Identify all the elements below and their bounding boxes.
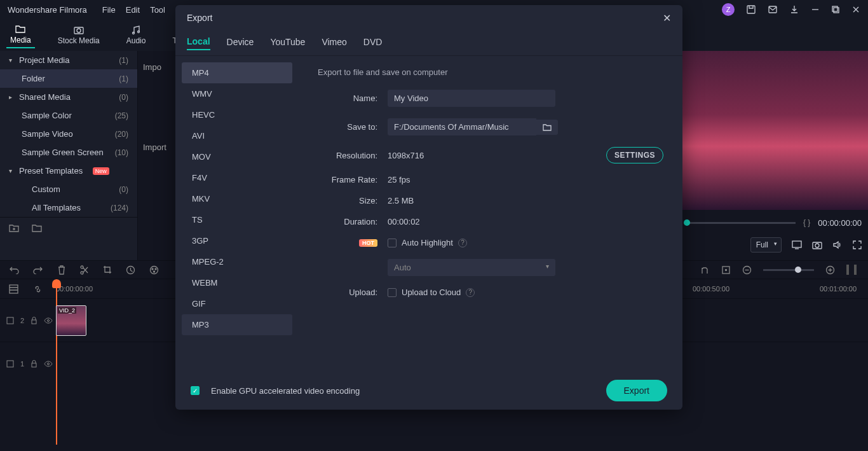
format-avi[interactable]: AVI	[182, 125, 292, 146]
help-icon[interactable]: ?	[458, 239, 467, 247]
link-icon[interactable]	[33, 284, 43, 294]
menu-edit[interactable]: Edit	[126, 5, 140, 15]
label-upload-cloud: Upload to Cloud	[402, 288, 461, 297]
audio-mixer-icon[interactable]	[700, 265, 710, 275]
auto-highlight-checkbox[interactable]	[388, 239, 397, 247]
undo-icon[interactable]	[9, 265, 19, 274]
sidebar-item-all-templates[interactable]: All Templates (124)	[0, 198, 137, 217]
format-3gp[interactable]: 3GP	[182, 230, 292, 251]
path-input[interactable]	[388, 118, 536, 135]
settings-button[interactable]: SETTINGS	[606, 147, 663, 163]
fullscreen-icon[interactable]	[853, 240, 862, 249]
sidebar-item-project-media[interactable]: ▾Project Media (1)	[0, 51, 137, 69]
preview-quality-select[interactable]: Full▾	[750, 237, 782, 253]
screen-icon[interactable]	[792, 240, 802, 249]
tab-local[interactable]: Local	[187, 36, 210, 50]
sidebar-item-sample-color[interactable]: Sample Color (25)	[0, 106, 137, 125]
marker-icon[interactable]	[721, 265, 731, 275]
preview-scrubber[interactable]	[684, 222, 796, 224]
chevron-down-icon: ▾	[9, 57, 15, 64]
svg-point-11	[81, 266, 83, 268]
svg-rect-8	[792, 241, 801, 247]
track-toggle-icon[interactable]	[6, 360, 14, 368]
maximize-icon[interactable]	[831, 5, 840, 14]
format-mkv[interactable]: MKV	[182, 188, 292, 209]
download-icon[interactable]	[789, 4, 799, 15]
svg-rect-3	[834, 8, 839, 13]
chevron-down-icon: ▾	[774, 240, 777, 247]
crop-icon[interactable]	[103, 265, 112, 274]
format-ts[interactable]: TS	[182, 209, 292, 230]
export-button[interactable]: Export	[606, 380, 667, 401]
close-icon[interactable]	[851, 5, 860, 14]
format-mpeg2[interactable]: MPEG-2	[182, 251, 292, 272]
menu-file[interactable]: File	[102, 5, 116, 15]
zoom-slider[interactable]	[763, 269, 814, 271]
redo-icon[interactable]	[33, 265, 43, 274]
help-icon[interactable]: ?	[466, 288, 475, 297]
format-mp4[interactable]: MP4	[182, 62, 292, 83]
gpu-label: Enable GPU accelerated video encoding	[211, 386, 360, 396]
label-save-to: Save to:	[318, 122, 388, 132]
sidebar-item-shared-media[interactable]: ▸Shared Media (0)	[0, 88, 137, 106]
modal-tabs: Local Device YouTube Vimeo DVD	[175, 31, 682, 56]
format-mov[interactable]: MOV	[182, 146, 292, 167]
split-icon[interactable]	[80, 265, 89, 275]
tab-youtube[interactable]: YouTube	[270, 37, 305, 50]
zoom-out-icon[interactable]	[742, 265, 752, 275]
browse-folder-button[interactable]	[536, 120, 558, 135]
track-toggle-icon[interactable]	[6, 317, 14, 324]
track-manager-icon[interactable]	[9, 284, 18, 294]
tab-stock-media[interactable]: Stock Media	[54, 22, 104, 48]
tab-device[interactable]: Device	[227, 37, 254, 50]
lock-icon[interactable]	[31, 317, 37, 324]
tab-dvd[interactable]: DVD	[363, 37, 383, 50]
lock-icon[interactable]	[31, 360, 37, 368]
svg-point-10	[815, 244, 819, 247]
minimize-icon[interactable]	[811, 5, 820, 14]
tab-audio[interactable]: Audio	[123, 22, 150, 48]
volume-icon[interactable]	[832, 240, 843, 249]
format-hevc[interactable]: HEVC	[182, 104, 292, 125]
fit-icon[interactable]	[846, 265, 859, 275]
zoom-in-icon[interactable]	[825, 265, 835, 275]
format-f4v[interactable]: F4V	[182, 167, 292, 188]
tab-media[interactable]: Media	[6, 22, 35, 48]
delete-icon[interactable]	[57, 265, 66, 275]
color-icon[interactable]	[149, 265, 159, 275]
preview-markers[interactable]: { }	[803, 218, 810, 227]
svg-rect-29	[32, 363, 36, 367]
mail-icon[interactable]	[768, 4, 778, 15]
sidebar-item-custom[interactable]: Custom (0)	[0, 180, 137, 198]
sidebar-item-folder[interactable]: Folder (1)	[0, 69, 137, 88]
snapshot-icon[interactable]	[812, 240, 822, 249]
tab-vimeo[interactable]: Vimeo	[322, 37, 346, 50]
name-input[interactable]	[388, 90, 555, 107]
svg-point-7	[138, 31, 140, 33]
format-gif[interactable]: GIF	[182, 293, 292, 314]
clip-label: VID_2	[58, 307, 76, 314]
eye-icon[interactable]	[44, 361, 53, 367]
music-icon	[130, 25, 142, 35]
speed-icon[interactable]	[126, 265, 135, 275]
sidebar-item-sample-video[interactable]: Sample Video (20)	[0, 125, 137, 143]
add-folder-icon[interactable]	[9, 224, 19, 233]
gpu-checkbox[interactable]: ✓	[191, 386, 200, 395]
format-webm[interactable]: WEBM	[182, 272, 292, 293]
sidebar-item-sample-green[interactable]: Sample Green Screen (10)	[0, 143, 137, 162]
format-mp3[interactable]: MP3	[182, 314, 292, 335]
upload-cloud-checkbox[interactable]	[388, 288, 397, 297]
auto-select[interactable]: Auto ▾	[388, 259, 555, 276]
eye-icon[interactable]	[44, 317, 53, 324]
playhead[interactable]	[56, 279, 57, 445]
menu-tools[interactable]: Tool	[150, 5, 165, 15]
svg-rect-26	[32, 320, 36, 324]
format-wmv[interactable]: WMV	[182, 83, 292, 104]
timeline-clip[interactable]: VID_2	[56, 305, 86, 336]
sidebar-item-preset-templates[interactable]: ▾Preset Templates New	[0, 162, 137, 180]
close-button[interactable]: ✕	[663, 12, 671, 24]
avatar[interactable]: Z	[722, 3, 735, 16]
save-icon[interactable]	[746, 4, 756, 15]
import-button[interactable]: Import	[143, 142, 166, 152]
folder-icon[interactable]	[32, 224, 42, 233]
